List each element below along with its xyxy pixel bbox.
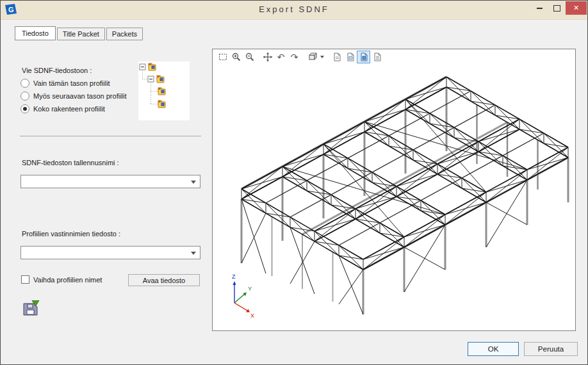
export-sdnf-dialog: G Export SDNF ✕ Tiedosto Title Packet Pa… — [0, 0, 588, 365]
tab-label: Tiedosto — [22, 29, 49, 37]
mapping-file-label: Profiilien vastinnimien tiedosto : — [22, 230, 120, 238]
checkbox-label: Vaihda profiilien nimet — [33, 276, 102, 284]
pan-icon[interactable] — [261, 51, 274, 63]
button-label: Peruuta — [538, 345, 564, 353]
tab-packets[interactable]: Packets — [106, 28, 143, 40]
rotate-ccw-icon[interactable]: ↶ — [274, 51, 288, 63]
beam-line — [486, 202, 527, 225]
beam-line — [323, 144, 445, 215]
filename-label: SDNF-tiedoston tallennusnimi : — [22, 159, 119, 166]
beam-line — [339, 270, 363, 304]
hierarchy-levels-image — [138, 61, 190, 120]
beam-line — [363, 158, 568, 270]
ok-button[interactable]: OK — [468, 342, 519, 356]
radio-button[interactable] — [20, 104, 29, 113]
radio-label: Vain tämän tason profiilit — [33, 79, 110, 87]
radio-label: Koko rakenteen profiilit — [33, 105, 105, 113]
beam-line — [364, 132, 486, 202]
rename-profiles-checkbox[interactable]: Vaihda profiilien nimet — [21, 275, 102, 284]
chevron-down-icon[interactable] — [191, 252, 196, 255]
beam-line — [404, 247, 445, 270]
snapshot-view-icon[interactable] — [330, 51, 343, 63]
coordinate-axes: Z Y X — [232, 273, 254, 319]
tab-label: Packets — [112, 30, 137, 38]
rotate-cw-icon[interactable]: ↷ — [288, 51, 301, 63]
radio-option-this-level[interactable]: Vain tämän tason profiilit — [20, 79, 110, 88]
zoom-out-icon[interactable] — [243, 51, 256, 63]
floppy-shutter — [28, 304, 33, 308]
beam-line — [314, 129, 519, 241]
area-select-icon[interactable] — [216, 51, 229, 63]
beam-line — [290, 105, 495, 217]
close-icon: ✕ — [573, 4, 579, 12]
beam-line — [241, 199, 266, 273]
maximize-icon — [553, 5, 560, 12]
export-target-label: Vie SDNF-tiedostoon : — [22, 67, 92, 74]
view-preset-dropdown-icon[interactable] — [319, 51, 325, 63]
chevron-down-icon[interactable] — [191, 181, 196, 184]
tab-tiedosto[interactable]: Tiedosto — [15, 26, 56, 40]
radio-button[interactable] — [20, 79, 29, 88]
view-preset-icon[interactable] — [306, 51, 319, 63]
zoom-in-icon[interactable] — [229, 51, 243, 63]
axis-z-label: Z — [232, 273, 236, 280]
button-label: OK — [488, 345, 499, 353]
tab-strip: Tiedosto Title Packet Packets — [15, 26, 144, 40]
viewport-toolbar: ↶ ↷ — [213, 49, 575, 65]
radio-option-next-level[interactable]: Myös seuraavan tason profiilit — [20, 92, 127, 101]
tab-title-packet[interactable]: Title Packet — [57, 28, 105, 40]
beam-line — [282, 166, 404, 237]
rename-profiles-checkbox-box[interactable] — [21, 275, 29, 284]
grab-view-icon[interactable] — [370, 51, 384, 63]
window-controls: ✕ — [531, 1, 587, 15]
separator — [20, 136, 201, 136]
cancel-button[interactable]: Peruuta — [524, 342, 578, 356]
profile-mapping-combobox[interactable] — [20, 246, 200, 259]
button-label: Avaa tiedosto — [143, 277, 185, 284]
hierarchy-tree-graphic — [138, 61, 190, 120]
close-button[interactable]: ✕ — [566, 1, 587, 15]
beam-line — [405, 99, 527, 170]
beam-line — [363, 147, 568, 259]
save-file-icon[interactable] — [22, 300, 40, 317]
radio-label: Myös seuraavan tason profiilit — [33, 92, 127, 100]
tab-label: Title Packet — [63, 30, 99, 38]
maximize-button[interactable] — [548, 1, 566, 15]
radio-option-whole-structure[interactable]: Koko rakenteen profiilit — [20, 104, 105, 113]
sdnf-filename-combobox[interactable] — [20, 175, 200, 188]
tree-node-icons — [149, 63, 165, 108]
tree-connectors — [143, 70, 158, 104]
model-viewport[interactable]: ↶ ↷ — [212, 49, 576, 331]
beam-line — [364, 122, 486, 192]
title-bar[interactable]: G Export SDNF ✕ — [1, 1, 587, 20]
minimize-icon — [537, 8, 543, 9]
copy-picture-icon[interactable] — [343, 51, 357, 63]
beam-line — [314, 119, 519, 231]
beam-line — [339, 256, 363, 314]
shaded-view-icon[interactable] — [357, 51, 370, 63]
radio-button[interactable] — [20, 92, 29, 101]
axis-y-label: Y — [248, 286, 252, 292]
beam-line — [339, 133, 544, 245]
steel-frame-model — [241, 77, 568, 314]
beam-line — [282, 177, 404, 247]
beam-line — [266, 91, 471, 203]
open-file-button[interactable]: Avaa tiedosto — [128, 274, 200, 286]
axis-x-label: X — [250, 312, 254, 319]
floppy-label — [27, 310, 34, 314]
window-title: Export SDNF — [1, 4, 587, 14]
beam-line — [241, 213, 266, 263]
structure-3d-view[interactable]: Z Y X — [213, 65, 575, 330]
beam-line — [241, 87, 446, 199]
minimize-button[interactable] — [531, 1, 548, 15]
